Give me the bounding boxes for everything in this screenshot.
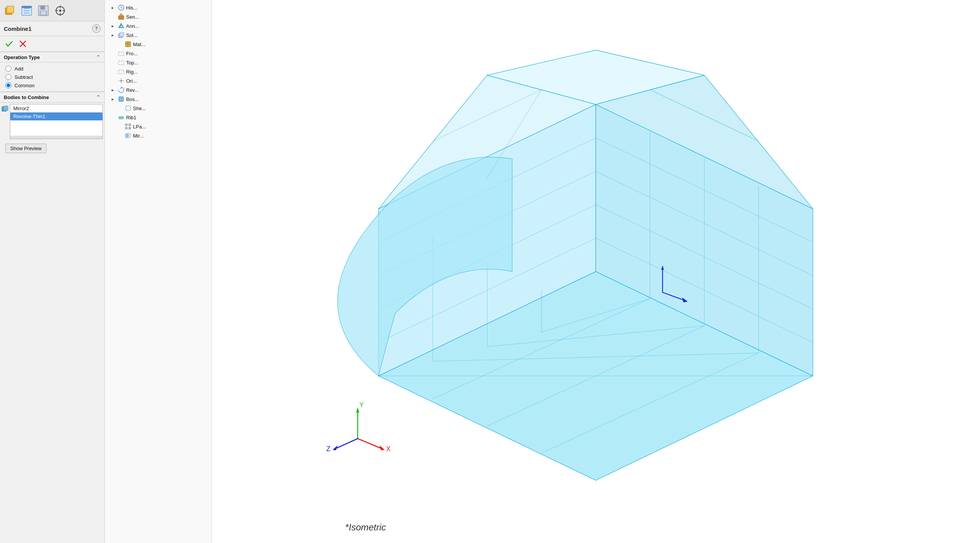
radio-add[interactable]: Add (5, 66, 99, 72)
expand-arrow-1[interactable] (111, 15, 116, 19)
plane-icon-6 (118, 59, 125, 66)
tree-item-label-10: Bos... (126, 96, 208, 102)
list-icon[interactable] (19, 3, 34, 18)
bodies-to-combine-header[interactable]: Bodies to Combine ⌃ (0, 92, 104, 103)
help-button[interactable]: ? (92, 24, 101, 33)
tree-item-13[interactable]: LPa... (105, 122, 211, 131)
tree-item-5[interactable]: Fro... (105, 49, 211, 58)
mirror-icon-14 (125, 132, 131, 139)
tree-item-label-5: Fro... (126, 51, 208, 56)
svg-rect-11 (41, 11, 46, 14)
lpattern-icon-13 (125, 123, 131, 130)
expand-arrow-9[interactable]: ► (111, 88, 116, 92)
expand-arrow-8[interactable] (111, 79, 116, 83)
save-icon[interactable] (36, 3, 51, 18)
boss-icon-10 (118, 96, 125, 103)
tree-item-label-14: Mir... (133, 133, 208, 139)
radio-subtract-input[interactable] (5, 74, 11, 80)
expand-arrow-12[interactable] (111, 115, 116, 120)
svg-rect-34 (118, 70, 124, 74)
radio-subtract[interactable]: Subtract (5, 74, 99, 80)
annotation-icon-2: A (118, 22, 125, 29)
panel-title: Combine1 (4, 26, 89, 32)
list-resize-handle[interactable] (10, 136, 102, 139)
tree-item-1[interactable]: Sen... (105, 12, 211, 21)
operation-type-header[interactable]: Operation Type ⌃ (0, 52, 104, 62)
cad-shape-svg: .cad-face { stroke: #1ab0e0; stroke-widt… (211, 0, 980, 543)
expand-arrow-10[interactable]: ► (111, 97, 116, 101)
svg-rect-45 (129, 127, 131, 129)
body-row-mirror2[interactable]: Mirror2 (10, 104, 102, 112)
svg-rect-33 (118, 61, 124, 65)
radio-subtract-label: Subtract (14, 74, 33, 80)
viewport[interactable]: .cad-face { stroke: #1ab0e0; stroke-widt… (211, 0, 980, 543)
tree-item-label-8: Ori... (126, 78, 208, 84)
origin-icon-8 (118, 77, 125, 84)
radio-common-input[interactable] (5, 82, 11, 88)
svg-rect-7 (22, 6, 32, 8)
solid-icon-3 (118, 32, 125, 38)
svg-text:Y: Y (359, 401, 364, 409)
tree-item-9[interactable]: ►Rev... (105, 85, 211, 95)
svg-rect-40 (126, 106, 130, 111)
svg-rect-41 (119, 117, 123, 119)
tree-item-label-12: Rib1 (126, 115, 208, 120)
expand-arrow-7[interactable] (111, 70, 116, 74)
radio-common[interactable]: Common (5, 82, 99, 88)
expand-arrow-4[interactable] (118, 42, 123, 46)
tree-item-6[interactable]: Top... (105, 58, 211, 67)
bodies-list-wrapper: Mirror2 Revolve-Thin1 (0, 103, 104, 141)
bodies-to-combine-label: Bodies to Combine (4, 95, 49, 100)
tree-item-14[interactable]: Mir... (105, 131, 211, 140)
svg-rect-44 (125, 127, 127, 129)
expand-arrow-14[interactable] (118, 134, 123, 138)
tree-item-2[interactable]: ►AAnn... (105, 21, 211, 30)
expand-arrow-0[interactable]: ► (111, 6, 116, 10)
expand-arrow-3[interactable]: ► (111, 33, 116, 37)
tree-item-label-13: LPa... (133, 124, 208, 130)
tree-item-8[interactable]: Ori... (105, 76, 211, 85)
body-icon (2, 104, 10, 112)
crosshair-icon[interactable] (53, 3, 68, 18)
svg-rect-32 (118, 52, 124, 56)
tree-item-11[interactable]: She... (105, 104, 211, 113)
expand-arrow-2[interactable]: ► (111, 24, 116, 28)
tree-panel: ►His... Sen...►AAnn...►Sol... Mat... Fro… (105, 0, 211, 543)
svg-text:Z: Z (326, 445, 330, 453)
bodies-section: Mirror2 Revolve-Thin1 Show Preview (0, 103, 104, 543)
tree-item-label-6: Top... (126, 60, 208, 66)
panel-header: Combine1 ? (0, 21, 104, 36)
revolve-icon-9 (118, 86, 125, 93)
tree-item-0[interactable]: ►His... (105, 3, 211, 12)
body-row-revolve[interactable]: Revolve-Thin1 (10, 112, 102, 120)
expand-arrow-11[interactable] (118, 106, 123, 111)
expand-arrow-6[interactable] (111, 61, 116, 65)
tree-item-label-9: Rev... (126, 87, 208, 93)
tree-item-label-11: She... (133, 106, 208, 111)
material-icon-4 (125, 41, 131, 48)
solid-icon[interactable] (2, 3, 18, 18)
svg-rect-42 (125, 124, 127, 126)
expand-arrow-5[interactable] (111, 51, 116, 56)
confirm-button[interactable] (4, 38, 14, 49)
show-preview-button[interactable]: Show Preview (5, 144, 46, 153)
tree-item-4[interactable]: Mat... (105, 40, 211, 49)
svg-rect-48 (128, 134, 131, 138)
tree-item-10[interactable]: ►Bos... (105, 95, 211, 104)
svg-rect-28 (120, 32, 124, 37)
collapse-operation-icon: ⌃ (96, 54, 101, 60)
rib-icon-12 (118, 114, 125, 121)
radio-add-input[interactable] (5, 66, 11, 72)
svg-rect-29 (125, 42, 131, 47)
plane-icon-5 (118, 50, 125, 57)
cancel-button[interactable] (18, 38, 28, 49)
expand-arrow-13[interactable] (118, 125, 123, 129)
tree-item-label-1: Sen... (126, 14, 208, 20)
radio-common-label: Common (14, 83, 35, 88)
tree-item-3[interactable]: ►Sol... (105, 30, 211, 40)
tree-item-12[interactable]: Rib1 (105, 113, 211, 122)
tree-item-7[interactable]: Rig... (105, 67, 211, 76)
svg-marker-94 (356, 407, 359, 413)
tree-item-label-3: Sol... (126, 32, 208, 38)
svg-line-96 (358, 439, 383, 449)
